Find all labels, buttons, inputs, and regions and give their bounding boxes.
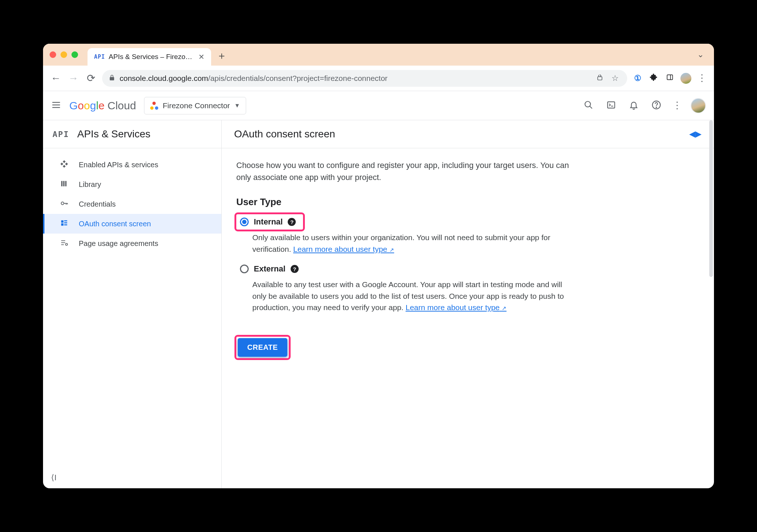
consent-screen-icon — [59, 219, 69, 229]
diamond-grid-icon — [59, 160, 69, 170]
search-icon[interactable] — [581, 100, 596, 111]
tab-favicon-icon: API — [94, 54, 105, 60]
internal-description: Only available to users within your orga… — [236, 230, 572, 261]
sidebar-item-label: Page usage agreements — [79, 239, 158, 248]
profile-avatar-icon[interactable] — [680, 73, 691, 84]
fullscreen-window-icon[interactable] — [71, 51, 78, 58]
help-tooltip-icon[interactable]: ? — [291, 265, 299, 273]
browser-menu-icon[interactable]: ⋮ — [696, 73, 707, 84]
svg-rect-0 — [598, 77, 602, 80]
hamburger-menu-icon[interactable] — [51, 100, 61, 112]
highlight-internal-option: Internal ? — [236, 214, 303, 230]
svg-rect-8 — [607, 102, 615, 108]
svg-point-6 — [585, 101, 590, 107]
lock-icon — [109, 74, 115, 83]
close-window-icon[interactable] — [50, 51, 56, 58]
external-description: Available to any test user with a Google… — [236, 277, 572, 320]
svg-point-19 — [61, 202, 64, 204]
project-icon — [150, 102, 158, 110]
sidebar: API APIs & Services Enabled APIs & servi… — [43, 120, 222, 488]
svg-rect-15 — [63, 165, 66, 168]
address-bar[interactable]: console.cloud.google.com/apis/credential… — [102, 70, 627, 87]
svg-line-7 — [590, 106, 592, 109]
svg-rect-1 — [667, 75, 673, 79]
learn-more-internal-link[interactable]: Learn more about user type ↗ — [293, 245, 394, 253]
external-link-icon: ↗ — [502, 305, 506, 311]
intro-text: Choose how you want to configure and reg… — [236, 159, 572, 183]
help-icon[interactable] — [649, 100, 664, 111]
svg-point-11 — [656, 107, 657, 107]
svg-rect-23 — [61, 220, 63, 222]
bookmark-star-icon[interactable]: ☆ — [610, 74, 621, 83]
scrollbar[interactable] — [709, 120, 713, 277]
page-header: OAuth consent screen ◀▶ — [222, 120, 714, 148]
address-url: console.cloud.google.com/apis/credential… — [120, 74, 590, 83]
close-tab-icon[interactable]: ✕ — [198, 52, 205, 61]
minimize-window-icon[interactable] — [61, 51, 67, 58]
key-icon — [59, 199, 69, 209]
sidebar-header[interactable]: API APIs & Services — [43, 120, 221, 148]
sidebar-nav: Enabled APIs & services Library Credenti… — [43, 148, 221, 253]
chevron-down-icon: ▼ — [234, 102, 240, 109]
project-name: Firezone Connector — [163, 101, 230, 110]
new-tab-button[interactable]: ＋ — [214, 49, 229, 63]
cloud-logo-text: Cloud — [108, 99, 136, 112]
svg-rect-24 — [61, 223, 63, 225]
radio-internal-icon[interactable] — [240, 218, 249, 226]
tab-title: APIs & Services – Firezone Co — [109, 53, 193, 61]
svg-rect-18 — [65, 181, 67, 186]
info-panel-toggle-icon[interactable]: ◀▶ — [689, 129, 702, 139]
side-panel-icon[interactable] — [664, 74, 675, 83]
sidebar-item-page-usage[interactable]: Page usage agreements — [43, 234, 221, 253]
page-title: OAuth consent screen — [234, 128, 335, 140]
svg-rect-13 — [61, 163, 63, 165]
api-section-icon: API — [53, 130, 69, 139]
learn-more-external-link[interactable]: Learn more about user type ↗ — [405, 303, 506, 312]
browser-window: API APIs & Services – Firezone Co ✕ ＋ ⌄ … — [43, 44, 714, 488]
project-picker[interactable]: Firezone Connector ▼ — [144, 97, 246, 114]
radio-external-icon[interactable] — [240, 265, 249, 273]
sidebar-item-enabled-apis[interactable]: Enabled APIs & services — [43, 155, 221, 175]
collapse-sidebar-icon[interactable]: ⟨I — [51, 473, 57, 482]
external-link-icon: ↗ — [389, 247, 394, 253]
create-button[interactable]: CREATE — [238, 338, 287, 357]
tab-list-dropdown-icon[interactable]: ⌄ — [697, 50, 704, 59]
sidebar-item-label: Enabled APIs & services — [79, 161, 158, 169]
page-content: Choose how you want to configure and reg… — [222, 148, 586, 369]
svg-rect-16 — [61, 181, 63, 186]
sidebar-item-library[interactable]: Library — [43, 175, 221, 194]
svg-point-31 — [66, 243, 68, 245]
reload-button[interactable]: ⟳ — [85, 72, 97, 84]
radio-external-label: External — [254, 264, 286, 274]
google-logo-text: Google — [69, 99, 105, 112]
radio-option-external[interactable]: External ? — [236, 261, 572, 277]
app-body: API APIs & Services Enabled APIs & servi… — [43, 120, 714, 488]
toolbar: ← → ⟳ console.cloud.google.com/apis/cred… — [43, 66, 714, 91]
google-cloud-logo[interactable]: Google Cloud — [69, 99, 136, 112]
extensions-icon[interactable] — [648, 73, 659, 83]
cloud-shell-icon[interactable] — [604, 100, 618, 111]
notifications-icon[interactable] — [626, 100, 641, 111]
share-icon[interactable] — [594, 74, 605, 83]
sidebar-item-label: Library — [79, 180, 101, 189]
forward-button[interactable]: → — [67, 73, 79, 84]
app-menu-icon[interactable]: ⋮ — [672, 100, 683, 111]
svg-rect-14 — [65, 163, 68, 165]
svg-rect-17 — [63, 181, 65, 186]
sidebar-item-credentials[interactable]: Credentials — [43, 194, 221, 214]
main-panel: OAuth consent screen ◀▶ Choose how you w… — [222, 120, 714, 488]
svg-rect-12 — [63, 160, 66, 163]
user-type-heading: User Type — [236, 196, 572, 208]
help-tooltip-icon[interactable]: ? — [288, 218, 296, 226]
browser-tab[interactable]: API APIs & Services – Firezone Co ✕ — [88, 48, 211, 66]
account-avatar-icon[interactable] — [691, 98, 706, 113]
settings-list-icon — [59, 239, 69, 249]
svg-rect-27 — [64, 224, 67, 225]
radio-option-internal[interactable]: Internal ? — [236, 214, 299, 230]
onepassword-extension-icon[interactable]: ① — [632, 74, 643, 83]
sidebar-item-label: Credentials — [79, 200, 116, 208]
back-button[interactable]: ← — [50, 73, 62, 84]
radio-internal-label: Internal — [254, 217, 283, 227]
svg-rect-25 — [64, 220, 67, 221]
sidebar-item-oauth-consent[interactable]: OAuth consent screen — [43, 214, 221, 234]
